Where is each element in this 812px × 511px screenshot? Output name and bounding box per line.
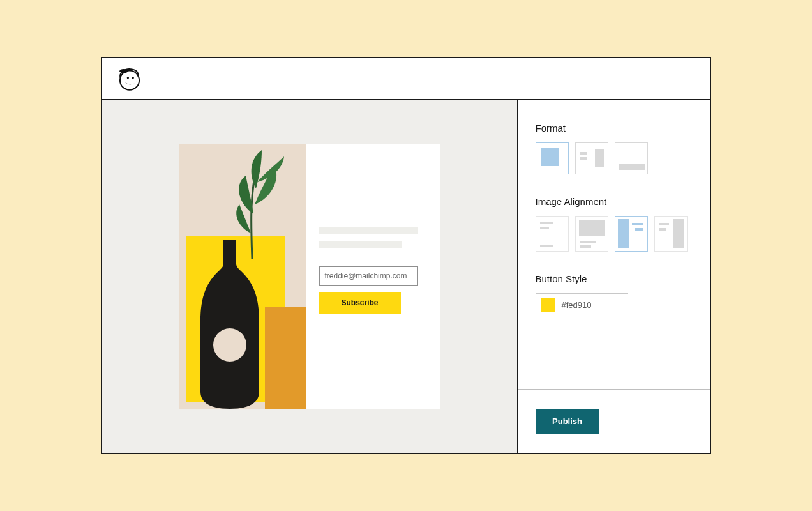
alignment-options	[536, 216, 693, 252]
alignment-option-3[interactable]	[615, 216, 648, 252]
color-hex-value: #fed910	[562, 300, 592, 310]
window-body: freddie@mailchimp.com Subscribe Format	[102, 100, 710, 453]
subscribe-button[interactable]: Subscribe	[319, 292, 401, 314]
stage: freddie@mailchimp.com Subscribe Format	[0, 0, 812, 511]
sidebar-footer: Publish	[518, 389, 710, 453]
svg-point-2	[126, 77, 128, 79]
titlebar	[102, 58, 710, 100]
button-style-label: Button Style	[536, 273, 693, 284]
format-options	[536, 142, 693, 174]
app-window: freddie@mailchimp.com Subscribe Format	[102, 57, 711, 454]
section-format: Format	[536, 123, 693, 174]
alignment-option-2[interactable]	[575, 216, 608, 252]
image-alignment-label: Image Alignment	[536, 196, 693, 207]
email-value: freddie@mailchimp.com	[325, 271, 407, 280]
subscribe-label: Subscribe	[341, 298, 378, 307]
format-option-2[interactable]	[575, 142, 608, 174]
bg-orange-block	[265, 307, 306, 409]
mailchimp-logo-icon	[116, 65, 143, 92]
section-button-style: Button Style #fed910	[536, 273, 693, 316]
sidebar-scroll: Format	[518, 100, 710, 389]
card-image	[179, 144, 306, 409]
email-input[interactable]: freddie@mailchimp.com	[319, 266, 418, 286]
settings-sidebar: Format	[518, 100, 710, 453]
canvas-area: freddie@mailchimp.com Subscribe	[102, 100, 518, 453]
button-color-input[interactable]: #fed910	[536, 293, 628, 316]
svg-point-4	[213, 328, 246, 362]
publish-button[interactable]: Publish	[536, 409, 599, 434]
section-image-alignment: Image Alignment	[536, 196, 693, 252]
format-label: Format	[536, 123, 693, 133]
svg-point-3	[132, 77, 133, 79]
signup-card: freddie@mailchimp.com Subscribe	[179, 144, 440, 409]
color-swatch-icon	[541, 298, 555, 312]
svg-point-0	[119, 71, 139, 90]
alignment-option-4[interactable]	[654, 216, 688, 252]
format-option-1[interactable]	[536, 142, 569, 174]
svg-point-1	[119, 69, 128, 73]
format-option-3[interactable]	[615, 142, 648, 174]
card-content: freddie@mailchimp.com Subscribe	[306, 144, 440, 409]
alignment-option-1[interactable]	[536, 216, 569, 252]
placeholder-line	[319, 227, 418, 234]
vase-icon	[198, 240, 262, 409]
publish-label: Publish	[552, 416, 582, 426]
placeholder-line	[319, 241, 402, 248]
